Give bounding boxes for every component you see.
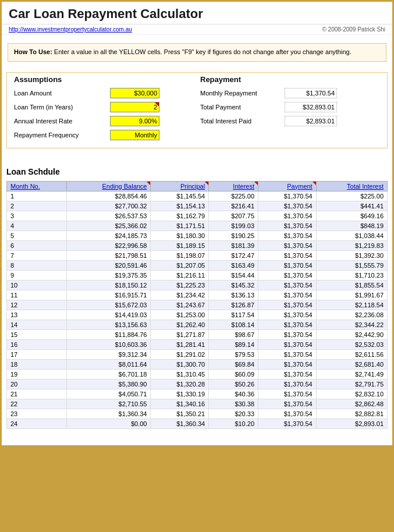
loan-amount-value[interactable]: $30,000 (110, 88, 159, 98)
loan-amount-label: Loan Amount (14, 90, 110, 97)
table-row: 11 $16,915.71 $1,234.42 $136.13 $1,370.5… (7, 290, 388, 300)
table-row: 12 $15,672.03 $1,243.67 $126.87 $1,370.5… (7, 300, 388, 310)
table-row: 17 $9,312.34 $1,291.02 $79.53 $1,370.54 … (7, 349, 388, 359)
total-interest-value: $2,893.01 (285, 116, 337, 126)
table-row: 1 $28,854.46 $1,145.54 $225.00 $1,370.54… (7, 191, 388, 201)
col-header-payment: Payment (258, 181, 317, 191)
table-row: 5 $24,185.73 $1,180.30 $190.25 $1,370.54… (7, 230, 388, 240)
repayment-freq-value[interactable]: Monthly (110, 130, 159, 140)
table-row: 4 $25,366.02 $1,171.51 $199.03 $1,370.54… (7, 221, 388, 230)
col-header-ending: Ending Balance (66, 181, 151, 191)
col-header-month: Month No. (7, 181, 67, 191)
table-row: 20 $5,380.90 $1,320.28 $50.26 $1,370.54 … (7, 379, 388, 389)
table-row: 22 $2,710.55 $1,340.16 $30.38 $1,370.54 … (7, 399, 388, 409)
monthly-repayment-value: $1,370.54 (285, 88, 337, 98)
repayment-title: Repayment (200, 75, 380, 84)
website-link[interactable]: http://www.investmentpropertycalculator.… (9, 26, 132, 33)
interest-rate-value[interactable]: 9.00% (110, 116, 159, 126)
table-row: 6 $22,996.58 $1,189.15 $181.39 $1,370.54… (7, 240, 388, 250)
howto-bold: How To Use: (14, 48, 52, 55)
table-row: 15 $11,884.76 $1,271.87 $98.67 $1,370.54… (7, 329, 388, 339)
col-header-total-interest: Total Interest (316, 181, 387, 191)
table-row: 21 $4,050.71 $1,330.19 $40.36 $1,370.54 … (7, 389, 388, 399)
schedule-table: Month No. Ending Balance Principal Inter… (6, 181, 388, 429)
howto-text: Enter a value in all the YELLOW cells. P… (52, 48, 352, 55)
interest-rate-label: Annual Interest Rate (14, 118, 110, 125)
table-row: 7 $21,798.51 $1,198.07 $172.47 $1,370.54… (7, 250, 388, 260)
table-row: 23 $1,360.34 $1,350.21 $20.33 $1,370.54 … (7, 409, 388, 418)
table-row: 18 $8,011.64 $1,300.70 $69.84 $1,370.54 … (7, 359, 388, 369)
total-payment-value: $32,893.01 (285, 102, 337, 112)
loan-term-label: Loan Term (in Years) (14, 104, 110, 111)
assumptions-title: Assumptions (14, 75, 189, 84)
table-row: 13 $14,419.03 $1,253.00 $117.54 $1,370.5… (7, 310, 388, 320)
total-payment-label: Total Payment (200, 104, 285, 111)
repayment-freq-label: Repayment Frequency (14, 132, 110, 139)
table-row: 10 $18,150.12 $1,225.23 $145.32 $1,370.5… (7, 280, 388, 290)
copyright-text: © 2008-2009 Patrick Shi (322, 26, 385, 33)
table-row: 24 $0.00 $1,360.34 $10.20 $1,370.54 $2,8… (7, 418, 388, 428)
info-box: How To Use: Enter a value in all the YEL… (8, 43, 386, 62)
loan-term-value[interactable]: 2 (110, 102, 159, 112)
main-title: Car Loan Repayment Calculator (9, 6, 385, 22)
col-header-interest: Interest (209, 181, 258, 191)
schedule-title: Loan Schdule (6, 166, 388, 178)
col-header-principal: Principal (151, 181, 209, 191)
table-row: 9 $19,375.35 $1,216.11 $154.44 $1,370.54… (7, 270, 388, 280)
table-row: 2 $27,700.32 $1,154.13 $216.41 $1,370.54… (7, 201, 388, 211)
monthly-repayment-label: Monthly Repayment (200, 90, 285, 97)
table-row: 3 $26,537.53 $1,162.79 $207.75 $1,370.54… (7, 211, 388, 221)
total-interest-label: Total Interest Paid (200, 118, 285, 125)
table-row: 8 $20,591.46 $1,207.05 $163.49 $1,370.54… (7, 260, 388, 270)
table-row: 19 $6,701.18 $1,310.45 $60.09 $1,370.54 … (7, 369, 388, 379)
table-row: 14 $13,156.63 $1,262.40 $108.14 $1,370.5… (7, 320, 388, 329)
table-row: 16 $10,603.36 $1,281.41 $89.14 $1,370.54… (7, 339, 388, 349)
